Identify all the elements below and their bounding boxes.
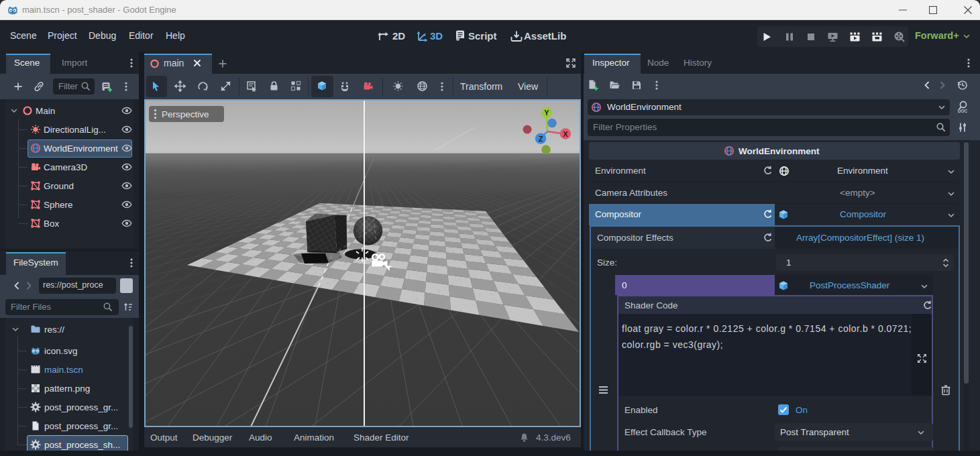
svg-text:Y: Y: [544, 109, 549, 117]
svg-text:DOC: DOC: [958, 109, 968, 113]
svg-text:Z: Z: [539, 135, 543, 143]
svg-text:Perspective: Perspective: [162, 109, 209, 119]
svg-text:X: X: [563, 130, 568, 138]
